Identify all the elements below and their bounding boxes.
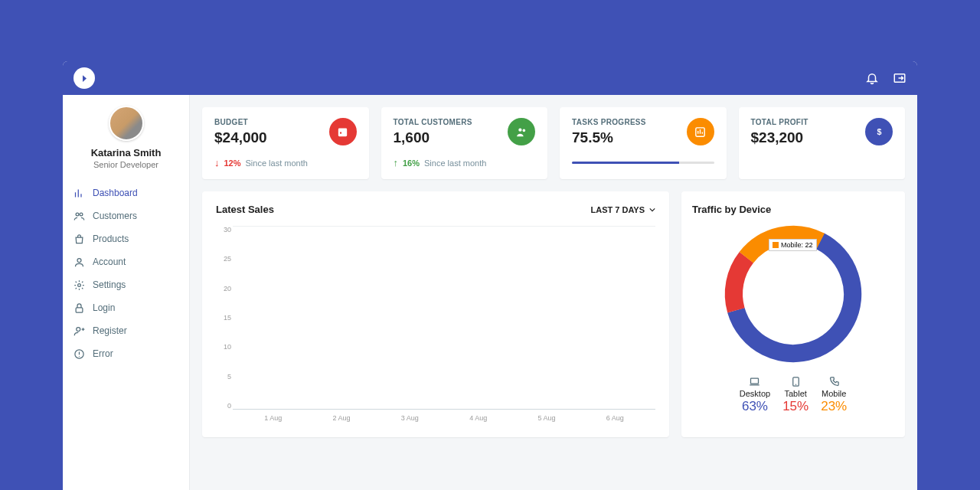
card-value: $23,200 [751, 129, 808, 146]
card-customers: TOTAL CUSTOMERS 1,600 ↑ 16% Since last m… [381, 107, 548, 179]
svg-point-3 [77, 258, 81, 262]
nav-label: Account [93, 256, 126, 267]
card-label: TASKS PROGRESS [572, 118, 646, 126]
nav-item-dashboard[interactable]: Dashboard [70, 181, 181, 204]
y-axis: 302520151050 [216, 226, 231, 410]
error-icon [74, 348, 85, 360]
svg-rect-9 [340, 132, 341, 133]
nav-item-error[interactable]: Error [70, 342, 181, 365]
dollar-icon: $ [865, 118, 893, 145]
nav-item-register[interactable]: Register [70, 319, 181, 342]
delta-value: 16% [403, 158, 420, 168]
input-icon[interactable] [893, 71, 906, 85]
userplus-icon [74, 325, 85, 337]
nav-label: Settings [93, 279, 126, 290]
delta-value: 12% [224, 158, 241, 168]
svg-point-6 [77, 327, 80, 331]
card-label: TOTAL CUSTOMERS [394, 118, 472, 126]
nav-item-login[interactable]: Login [70, 296, 181, 319]
bell-icon[interactable] [865, 71, 879, 85]
panel-traffic: Traffic by Device Mobile: 22 Desktop63%T… [681, 191, 905, 437]
svg-text:$: $ [877, 127, 881, 136]
legend-mobile: Mobile23% [821, 376, 847, 414]
card-budget: BUDGET $24,000 ↓ 12% Since last month [202, 107, 369, 179]
bar-chart: 302520151050 1 Aug2 Aug3 Aug4 Aug5 Aug6 … [216, 226, 655, 425]
svg-point-10 [518, 128, 521, 131]
svg-point-4 [78, 283, 81, 286]
laptop-icon [749, 376, 760, 387]
card-profit: TOTAL PROFIT $23,200 $ [739, 107, 906, 179]
card-label: BUDGET [214, 118, 267, 126]
delta-since: Since last month [246, 158, 308, 168]
svg-rect-5 [76, 307, 83, 312]
legend-name: Desktop [740, 389, 770, 398]
arrow-down-icon: ↓ [214, 157, 220, 168]
progress-fill [572, 162, 679, 164]
phone-icon [828, 376, 840, 387]
card-value: 75.5% [572, 129, 646, 146]
nav-label: Customers [93, 211, 137, 221]
avatar[interactable] [109, 106, 144, 141]
legend-tablet: Tablet15% [782, 376, 808, 414]
x-axis: 1 Aug2 Aug3 Aug4 Aug5 Aug6 Aug [233, 411, 655, 425]
nav-item-account[interactable]: Account [70, 250, 181, 273]
nav-label: Error [93, 348, 113, 359]
people-icon [508, 118, 535, 145]
legend-value: 15% [782, 399, 808, 414]
legend-desktop: Desktop63% [740, 376, 770, 414]
legend-name: Mobile [821, 389, 847, 398]
topbar [63, 61, 917, 95]
svg-rect-17 [751, 378, 759, 384]
nav-label: Dashboard [93, 188, 138, 198]
svg-point-11 [522, 129, 525, 132]
svg-point-2 [80, 213, 83, 216]
logo-icon[interactable] [74, 67, 95, 89]
nav-label: Products [93, 234, 129, 244]
user-icon [74, 256, 85, 268]
card-label: TOTAL PROFIT [751, 118, 808, 126]
user-name: Katarina Smith [91, 147, 162, 158]
nav-label: Login [93, 302, 115, 313]
chevron-down-icon [649, 207, 655, 213]
bag-icon [74, 234, 85, 245]
nav-label: Register [93, 325, 127, 336]
svg-rect-8 [338, 128, 347, 136]
nav-item-settings[interactable]: Settings [70, 273, 181, 296]
panel-sales: Latest Sales LAST 7 DAYS 302520151050 1 … [202, 191, 669, 437]
progress-bar [572, 162, 714, 164]
users-icon [74, 211, 85, 222]
traffic-legend: Desktop63%Tablet15%Mobile23% [692, 376, 894, 414]
sidebar: Katarina Smith Senior Developer Dashboar… [63, 95, 190, 490]
app-window: Katarina Smith Senior Developer Dashboar… [63, 61, 917, 490]
legend-value: 63% [740, 399, 770, 414]
nav-item-customers[interactable]: Customers [70, 204, 181, 227]
gear-icon [74, 279, 85, 291]
card-value: $24,000 [214, 129, 267, 146]
delta-since: Since last month [424, 158, 486, 168]
svg-point-1 [76, 213, 79, 216]
dashboard-icon [74, 188, 85, 199]
chart-tooltip: Mobile: 22 [769, 239, 817, 251]
nav: DashboardCustomersProductsAccountSetting… [63, 178, 189, 365]
bars [233, 227, 655, 409]
date-range-dropdown[interactable]: LAST 7 DAYS [590, 205, 655, 214]
user-role: Senior Developer [93, 160, 158, 169]
panel-title: Latest Sales [216, 204, 274, 215]
calendar-icon [329, 118, 357, 145]
main: BUDGET $24,000 ↓ 12% Since last month [190, 95, 917, 490]
chart-icon [687, 118, 714, 145]
nav-item-products[interactable]: Products [70, 227, 181, 250]
panel-title: Traffic by Device [692, 204, 894, 215]
card-tasks: TASKS PROGRESS 75.5% [560, 107, 727, 179]
arrow-up-icon: ↑ [394, 157, 399, 168]
lock-icon [74, 302, 85, 314]
card-value: 1,600 [394, 129, 472, 146]
legend-value: 23% [821, 399, 847, 414]
tablet-icon [790, 376, 802, 387]
legend-name: Tablet [782, 389, 808, 398]
